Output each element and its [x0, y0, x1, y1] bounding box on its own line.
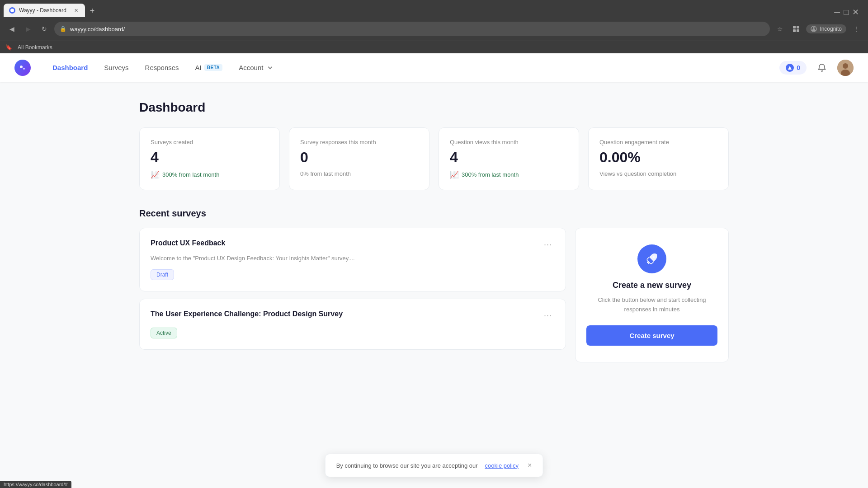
- notifications-button[interactable]: [814, 60, 830, 76]
- stats-grid: Surveys created 4 📈 300% from last month…: [139, 127, 729, 190]
- survey-desc-0: Welcome to the "Product UX Design Feedba…: [151, 254, 555, 263]
- svg-rect-3: [793, 29, 796, 32]
- address-bar[interactable]: 🔒 wayyy.co/dashboard/: [54, 22, 770, 36]
- nav-link-ai[interactable]: AI BETA: [188, 60, 230, 75]
- svg-point-6: [813, 27, 815, 29]
- svg-point-14: [653, 256, 655, 258]
- active-tab[interactable]: Wayyy - Dashboard ✕: [4, 4, 85, 17]
- extensions-icon[interactable]: [790, 23, 802, 35]
- survey-title-1: The User Experience Challenge: Product D…: [151, 310, 357, 318]
- stat-label: Question engagement rate: [599, 139, 717, 145]
- survey-badge-1: Active: [151, 328, 177, 338]
- stat-value: 4: [151, 149, 269, 166]
- survey-title-0: Product UX Feedback: [151, 239, 240, 247]
- credits-button[interactable]: 0: [779, 61, 807, 75]
- nav-link-surveys[interactable]: Surveys: [97, 60, 136, 75]
- create-survey-desc: Click the button below and start collect…: [586, 296, 717, 314]
- lock-icon: 🔒: [60, 26, 66, 32]
- nav-right: 0: [779, 60, 854, 76]
- new-tab-button[interactable]: +: [86, 5, 99, 17]
- stat-label: Surveys created: [151, 139, 269, 145]
- stat-value: 4: [450, 149, 568, 166]
- stat-value: 0: [300, 149, 418, 166]
- recent-surveys-title: Recent surveys: [139, 208, 729, 219]
- incognito-label: Incognito: [820, 26, 842, 32]
- logo[interactable]: [14, 60, 31, 76]
- svg-marker-10: [788, 66, 792, 70]
- svg-point-9: [23, 68, 25, 70]
- survey-more-button-1[interactable]: ···: [541, 310, 555, 321]
- nav-link-dashboard[interactable]: Dashboard: [45, 60, 95, 75]
- survey-badge-0: Draft: [151, 269, 174, 280]
- svg-rect-2: [797, 26, 799, 28]
- stat-change: 📈 300% from last month: [450, 170, 568, 179]
- stat-card-engagement: Question engagement rate 0.00% Views vs …: [588, 127, 729, 190]
- app-navbar: Dashboard Surveys Responses AI BETA Acco…: [0, 53, 868, 82]
- credits-count: 0: [797, 64, 800, 71]
- stat-change: 📈 300% from last month: [151, 170, 269, 179]
- stat-label: Survey responses this month: [300, 139, 418, 145]
- survey-card-1: The User Experience Challenge: Product D…: [139, 299, 566, 350]
- svg-point-0: [10, 9, 14, 12]
- close-tab-icon[interactable]: ✕: [72, 7, 80, 14]
- bookmarks-icon: 🔖: [5, 44, 12, 51]
- restore-icon[interactable]: □: [844, 8, 849, 17]
- browser-chrome: Wayyy - Dashboard ✕ + ─ □ ✕ ◀ ▶ ↻ 🔒 wayy…: [0, 0, 868, 53]
- create-survey-card: Create a new survey Click the button bel…: [575, 228, 729, 362]
- page-title: Dashboard: [139, 100, 729, 115]
- bookmarks-bar: 🔖 All Bookmarks: [0, 41, 868, 53]
- url-text: wayyy.co/dashboard/: [70, 26, 764, 33]
- survey-card-0: Product UX Feedback ··· Welcome to the "…: [139, 228, 566, 291]
- nav-links: Dashboard Surveys Responses AI BETA Acco…: [45, 60, 779, 75]
- all-bookmarks-link[interactable]: All Bookmarks: [14, 43, 56, 52]
- trend-up-icon: 📈: [450, 170, 459, 179]
- close-window-icon[interactable]: ✕: [852, 7, 859, 17]
- refresh-button[interactable]: ↻: [38, 23, 51, 35]
- beta-badge: BETA: [204, 64, 222, 71]
- stat-value: 0.00%: [599, 149, 717, 166]
- browser-tabs: Wayyy - Dashboard ✕ + ─ □ ✕: [0, 0, 868, 17]
- stat-card-views: Question views this month 4 📈 300% from …: [439, 127, 579, 190]
- svg-point-8: [20, 66, 23, 68]
- minimize-icon[interactable]: ─: [834, 8, 840, 17]
- svg-point-12: [843, 63, 848, 69]
- svg-rect-4: [797, 29, 799, 32]
- page-content: Dashboard Surveys created 4 📈 300% from …: [118, 82, 750, 380]
- bookmark-star-icon[interactable]: ☆: [774, 23, 786, 35]
- nav-link-responses[interactable]: Responses: [138, 60, 186, 75]
- create-survey-icon: [637, 244, 666, 273]
- survey-more-button-0[interactable]: ···: [541, 239, 555, 250]
- forward-button[interactable]: ▶: [22, 23, 34, 35]
- avatar[interactable]: [837, 60, 854, 76]
- surveys-layout: Product UX Feedback ··· Welcome to the "…: [139, 228, 729, 362]
- stat-label: Question views this month: [450, 139, 568, 145]
- tab-title: Wayyy - Dashboard: [19, 7, 69, 14]
- svg-point-7: [18, 63, 28, 73]
- incognito-button[interactable]: Incognito: [806, 24, 846, 33]
- stat-change: Views vs question completion: [599, 170, 717, 177]
- survey-card-header: Product UX Feedback ···: [151, 239, 555, 250]
- browser-toolbar: ◀ ▶ ↻ 🔒 wayyy.co/dashboard/ ☆ Incognito …: [0, 17, 868, 41]
- nav-link-account[interactable]: Account: [231, 60, 279, 75]
- svg-rect-1: [793, 26, 796, 28]
- stat-change: 0% from last month: [300, 170, 418, 177]
- account-chevron-icon: [268, 65, 273, 70]
- tab-favicon: [9, 7, 15, 14]
- create-survey-title: Create a new survey: [613, 281, 691, 290]
- back-button[interactable]: ◀: [5, 23, 18, 35]
- stat-card-responses: Survey responses this month 0 0% from la…: [289, 127, 429, 190]
- menu-icon[interactable]: ⋮: [850, 23, 863, 35]
- survey-card-header: The User Experience Challenge: Product D…: [151, 310, 555, 321]
- credits-icon: [786, 64, 794, 72]
- survey-list: Product UX Feedback ··· Welcome to the "…: [139, 228, 566, 362]
- create-survey-button[interactable]: Create survey: [586, 325, 717, 346]
- stat-card-surveys-created: Surveys created 4 📈 300% from last month: [139, 127, 280, 190]
- trend-up-icon: 📈: [151, 170, 160, 179]
